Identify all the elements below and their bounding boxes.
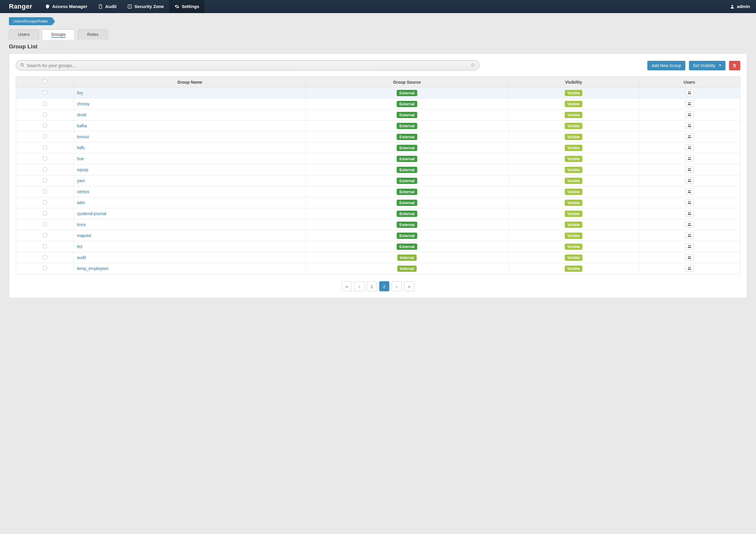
row-checkbox[interactable]: [43, 233, 47, 237]
view-users-button[interactable]: [685, 155, 694, 162]
view-users-button[interactable]: [685, 243, 694, 250]
page-first[interactable]: «: [342, 281, 352, 291]
view-users-button[interactable]: [685, 265, 694, 272]
set-visibility-button[interactable]: Set Visibility: [689, 61, 725, 70]
group-name-link[interactable]: sqoop: [77, 167, 88, 172]
row-checkbox[interactable]: [43, 222, 47, 226]
view-users-button[interactable]: [685, 122, 694, 129]
shield-icon: [45, 4, 50, 9]
search-box[interactable]: [16, 60, 479, 71]
users-icon: [687, 178, 692, 183]
users-icon: [687, 244, 692, 249]
tab-groups[interactable]: Groups: [42, 29, 75, 40]
view-users-button[interactable]: [685, 199, 694, 206]
select-all-checkbox[interactable]: [43, 80, 47, 84]
users-icon: [687, 266, 692, 271]
nav-security-zone[interactable]: Security Zone: [122, 0, 169, 13]
col-header-visibility: Visibility: [508, 77, 639, 88]
row-checkbox[interactable]: [43, 167, 47, 171]
group-name-link[interactable]: chrony: [77, 101, 89, 106]
search-input[interactable]: [27, 63, 469, 68]
breadcrumb-item[interactable]: Users/Groups/Roles: [9, 17, 52, 25]
row-checkbox[interactable]: [43, 244, 47, 248]
svg-line-3: [23, 65, 24, 67]
nav-user-label: admin: [737, 4, 750, 9]
group-name-link[interactable]: knox: [77, 222, 86, 227]
group-name-link[interactable]: centos: [77, 189, 89, 194]
table-row: mapredExternalVisible: [16, 230, 740, 241]
group-name-link[interactable]: mapred: [77, 233, 91, 238]
tabs: Users Groups Roles: [9, 29, 747, 40]
group-name-link[interactable]: yarn: [77, 178, 85, 183]
nav-audit[interactable]: Audit: [93, 0, 122, 13]
page-number[interactable]: 1: [367, 281, 377, 291]
view-users-button[interactable]: [685, 210, 694, 217]
nav-access-manager[interactable]: Access Manager: [40, 0, 93, 13]
row-checkbox[interactable]: [43, 90, 47, 95]
group-name-link[interactable]: systemd-journal: [77, 211, 106, 216]
visibility-badge: Visible: [565, 255, 582, 261]
nav-user-menu[interactable]: admin: [724, 0, 750, 13]
source-badge: External: [397, 167, 417, 173]
view-users-button[interactable]: [685, 101, 694, 107]
group-name-link[interactable]: tez: [77, 244, 83, 249]
page-prev[interactable]: ‹: [354, 281, 364, 291]
group-name-link[interactable]: temp_employees: [77, 266, 109, 271]
group-name-link[interactable]: audit: [77, 255, 86, 260]
col-header-check: [16, 77, 74, 88]
group-name-link[interactable]: knoxui: [77, 134, 89, 139]
view-users-button[interactable]: [685, 134, 694, 140]
page-last[interactable]: »: [404, 281, 414, 291]
tab-users[interactable]: Users: [9, 29, 39, 40]
view-users-button[interactable]: [685, 254, 694, 261]
group-name-link[interactable]: adm: [77, 200, 85, 205]
row-checkbox[interactable]: [43, 145, 47, 149]
users-icon: [687, 200, 692, 205]
group-name-link[interactable]: druid: [77, 113, 86, 117]
view-users-button[interactable]: [685, 221, 694, 228]
row-checkbox[interactable]: [43, 156, 47, 161]
nav-label: Security Zone: [135, 4, 164, 9]
visibility-badge: Visible: [565, 90, 582, 96]
users-icon: [687, 134, 692, 140]
source-badge: External: [397, 123, 417, 129]
add-new-group-button[interactable]: Add New Group: [647, 61, 685, 70]
view-users-button[interactable]: [685, 232, 694, 239]
view-users-button[interactable]: [685, 177, 694, 184]
page-number[interactable]: 2: [379, 281, 389, 291]
view-users-button[interactable]: [685, 189, 694, 195]
view-users-button[interactable]: [685, 112, 694, 118]
group-name-link[interactable]: hue: [77, 156, 84, 161]
table-row: knoxuiExternalVisible: [16, 131, 740, 142]
nav-label: Audit: [105, 4, 117, 9]
view-users-button[interactable]: [685, 89, 694, 96]
row-checkbox[interactable]: [43, 200, 47, 204]
group-name-link[interactable]: livy: [77, 90, 83, 95]
visibility-badge: Visible: [565, 222, 582, 228]
delete-button[interactable]: [729, 61, 740, 70]
row-checkbox[interactable]: [43, 189, 47, 193]
breadcrumb: Users/Groups/Roles: [9, 17, 52, 25]
row-checkbox[interactable]: [43, 211, 47, 216]
row-checkbox[interactable]: [43, 266, 47, 270]
row-checkbox[interactable]: [43, 178, 47, 183]
clear-icon[interactable]: [471, 63, 475, 68]
row-checkbox[interactable]: [43, 255, 47, 259]
source-badge: Internal: [397, 266, 417, 272]
view-users-button[interactable]: [685, 166, 694, 173]
visibility-badge: Visible: [565, 243, 582, 250]
group-name-link[interactable]: hdfs: [77, 145, 85, 150]
visibility-badge: Visible: [565, 167, 582, 173]
view-users-button[interactable]: [685, 144, 694, 151]
row-checkbox[interactable]: [43, 123, 47, 128]
page-next[interactable]: ›: [392, 281, 402, 291]
group-name-link[interactable]: kafka: [77, 123, 87, 128]
visibility-badge: Visible: [565, 112, 582, 118]
row-checkbox[interactable]: [43, 101, 47, 106]
tab-roles[interactable]: Roles: [78, 29, 107, 40]
table-row: admExternalVisible: [16, 197, 740, 208]
table-row: druidExternalVisible: [16, 110, 740, 120]
row-checkbox[interactable]: [43, 134, 47, 139]
row-checkbox[interactable]: [43, 113, 47, 116]
nav-settings[interactable]: Settings: [169, 0, 204, 13]
